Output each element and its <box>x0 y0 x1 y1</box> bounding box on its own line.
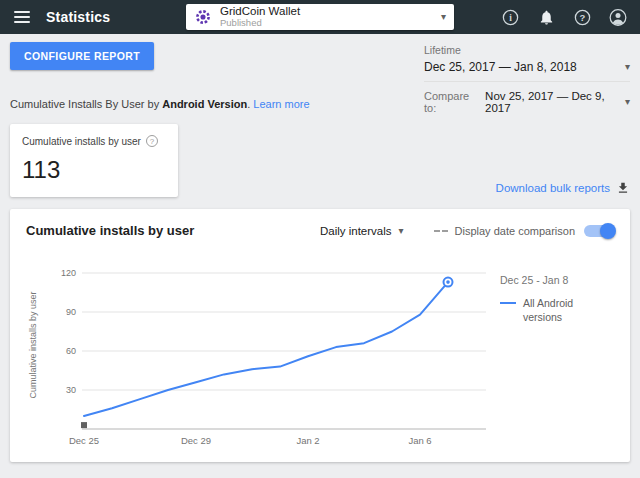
app-status: Published <box>220 18 433 29</box>
compare-range-select[interactable]: Compare to: Nov 25, 2017 — Dec 9, 2017 ▾ <box>424 90 630 114</box>
header-left: Statistics <box>12 7 186 27</box>
svg-text:Cumulative installs by user: Cumulative installs by user <box>28 291 38 398</box>
report-description: Cumulative Installs By User by Android V… <box>10 98 310 110</box>
kpi-value: 113 <box>22 156 166 184</box>
kpi-label: Cumulative installs by user <box>22 136 141 147</box>
compare-range-value: Nov 25, 2017 — Dec 9, 2017 <box>485 90 625 114</box>
chevron-down-icon: ▾ <box>625 97 630 107</box>
kpi-help-icon[interactable]: ? <box>146 135 158 147</box>
svg-text:120: 120 <box>61 268 76 278</box>
kpi-and-links-row: Cumulative installs by user ? 113 Downlo… <box>10 124 630 197</box>
help-icon[interactable]: ? <box>572 7 592 27</box>
range-scope-label: Lifetime <box>424 44 630 56</box>
learn-more-link[interactable]: Learn more <box>253 98 309 110</box>
header-actions: i ? <box>454 7 628 27</box>
interval-dropdown[interactable]: Daily intervals ▾ <box>320 225 404 237</box>
legend-series-label: All Android versions <box>523 297 614 324</box>
svg-text:Jan 2: Jan 2 <box>296 435 319 446</box>
svg-text:i: i <box>509 13 512 23</box>
download-bulk-reports-link[interactable]: Download bulk reports <box>496 181 630 197</box>
date-range-value: Dec 25, 2017 — Jan 8, 2018 <box>424 60 577 74</box>
legend-item-all-android: All Android versions <box>500 297 614 324</box>
comparison-toggle-label: Display date comparison <box>455 225 575 237</box>
svg-text:Dec 29: Dec 29 <box>181 435 211 446</box>
kpi-card-cumulative-installs: Cumulative installs by user ? 113 <box>10 124 178 197</box>
app-selector-dropdown[interactable]: GridCoin Wallet Published ▾ <box>186 4 454 30</box>
chart-card: Cumulative installs by user Daily interv… <box>10 209 630 462</box>
date-range-select[interactable]: Dec 25, 2017 — Jan 8, 2018 ▾ <box>424 60 630 82</box>
legend-series-swatch <box>500 302 516 304</box>
report-metric: Cumulative Installs By User <box>10 98 145 110</box>
notifications-bell-icon[interactable] <box>536 7 556 27</box>
date-range-controls: Lifetime Dec 25, 2017 — Jan 8, 2018 ▾ Co… <box>424 42 630 114</box>
svg-text:Dec 25: Dec 25 <box>69 435 99 446</box>
report-controls: CONFIGURE REPORT Cumulative Installs By … <box>10 42 630 114</box>
download-icon <box>616 181 630 195</box>
svg-text:60: 60 <box>66 346 76 356</box>
chart-header: Cumulative installs by user Daily interv… <box>26 223 614 238</box>
configure-report-button[interactable]: CONFIGURE REPORT <box>10 42 154 70</box>
download-bulk-reports-label: Download bulk reports <box>496 182 610 194</box>
info-icon[interactable]: i <box>500 7 520 27</box>
chart-body: Cumulative installs by user306090120Dec … <box>26 246 614 454</box>
chart-legend: Dec 25 - Jan 8 All Android versions <box>496 246 614 454</box>
chart-title: Cumulative installs by user <box>26 223 320 238</box>
chevron-down-icon: ▾ <box>625 62 630 72</box>
comparison-line-icon <box>434 230 448 232</box>
compare-label: Compare to: <box>424 90 481 114</box>
svg-text:30: 30 <box>66 385 76 395</box>
svg-text:90: 90 <box>66 307 76 317</box>
gridcoin-app-icon <box>194 8 212 26</box>
interval-value: Daily intervals <box>320 225 392 237</box>
svg-text:?: ? <box>579 11 585 22</box>
menu-icon[interactable] <box>12 7 32 27</box>
account-avatar[interactable] <box>608 7 628 27</box>
app-header: Statistics GridCoin Wallet Published ▾ i <box>0 0 640 34</box>
svg-text:Jan 6: Jan 6 <box>408 435 431 446</box>
chevron-down-icon: ▾ <box>441 12 446 22</box>
date-comparison-toggle[interactable] <box>584 225 614 237</box>
installs-line-chart: Cumulative installs by user306090120Dec … <box>26 246 496 454</box>
statistics-content: CONFIGURE REPORT Cumulative Installs By … <box>0 34 640 462</box>
legend-period: Dec 25 - Jan 8 <box>500 274 614 286</box>
chevron-down-icon: ▾ <box>399 226 404 236</box>
page-title: Statistics <box>46 9 110 25</box>
report-dimension: Android Version <box>162 98 247 110</box>
